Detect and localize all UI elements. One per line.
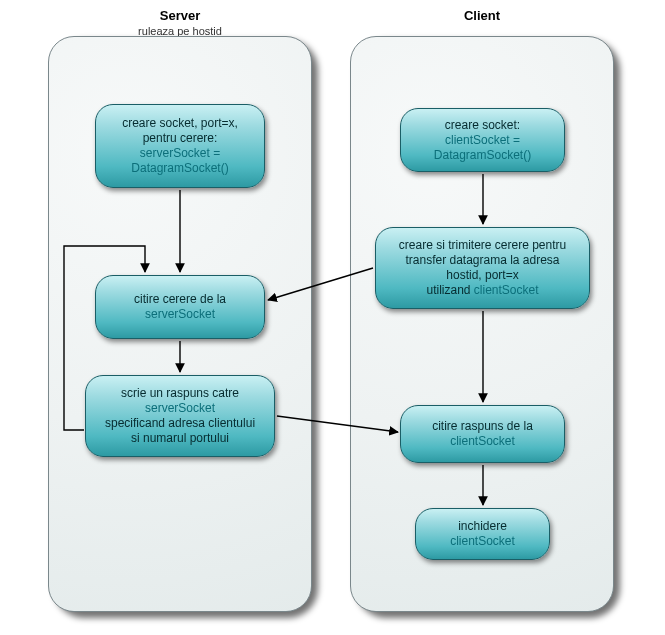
text: creare socket: bbox=[445, 118, 520, 133]
text: citire cerere de la bbox=[134, 292, 226, 307]
client-read-response: citire raspuns de la clientSocket bbox=[400, 405, 565, 463]
text: clientSocket bbox=[450, 434, 515, 449]
text: citire raspuns de la bbox=[432, 419, 533, 434]
text: clientSocket bbox=[450, 534, 515, 549]
client-create-socket: creare socket: clientSocket = DatagramSo… bbox=[400, 108, 565, 172]
client-send-request: creare si trimitere cerere pentru transf… bbox=[375, 227, 590, 309]
server-title: Server bbox=[160, 8, 200, 23]
text: scrie un raspuns catre bbox=[121, 386, 239, 401]
text: DatagramSocket() bbox=[434, 148, 531, 163]
client-lane-title: Client bbox=[350, 8, 614, 23]
text: inchidere bbox=[458, 519, 507, 534]
diagram-canvas: Server ruleaza pe hostid Client creare s… bbox=[0, 0, 665, 635]
text: DatagramSocket() bbox=[131, 161, 228, 176]
text: creare socket, port=x, bbox=[122, 116, 238, 131]
text: clientSocket = bbox=[445, 133, 520, 148]
text: pentru cerere: bbox=[143, 131, 218, 146]
client-close-socket: inchidere clientSocket bbox=[415, 508, 550, 560]
text: utilizand clientSocket bbox=[426, 283, 538, 298]
text: serverSocket bbox=[145, 401, 215, 416]
text: transfer datagrama la adresa bbox=[405, 253, 559, 268]
client-title: Client bbox=[464, 8, 500, 23]
text: creare si trimitere cerere pentru bbox=[399, 238, 566, 253]
text: si numarul portului bbox=[131, 431, 229, 446]
server-lane-title: Server ruleaza pe hostid bbox=[48, 8, 312, 38]
server-read-request: citire cerere de la serverSocket bbox=[95, 275, 265, 339]
server-write-response: scrie un raspuns catre serverSocket spec… bbox=[85, 375, 275, 457]
text: hostid, port=x bbox=[446, 268, 518, 283]
text: serverSocket bbox=[145, 307, 215, 322]
text: specificand adresa clientului bbox=[105, 416, 255, 431]
server-create-socket: creare socket, port=x, pentru cerere: se… bbox=[95, 104, 265, 188]
text: serverSocket = bbox=[140, 146, 220, 161]
